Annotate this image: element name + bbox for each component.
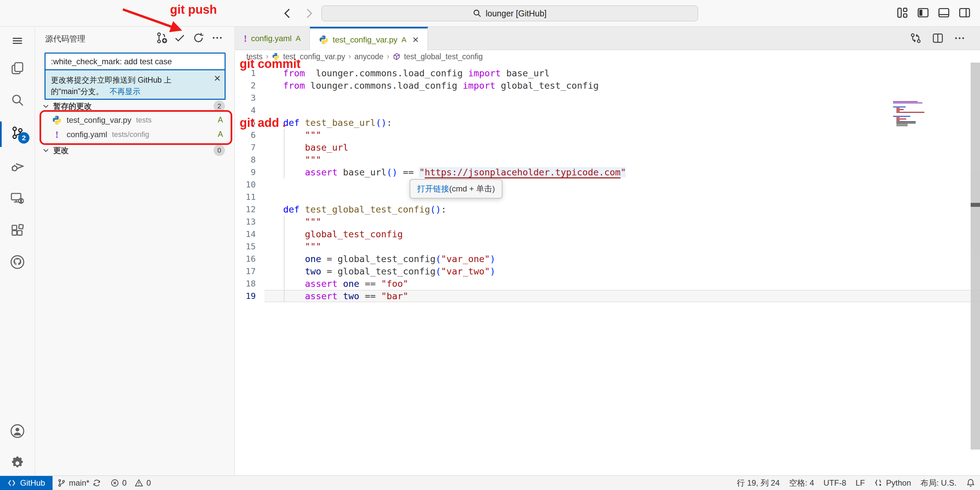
code-line[interactable]: 10 [235,178,980,191]
toggle-panel-icon[interactable] [938,7,950,19]
nav-back-icon[interactable] [281,7,294,20]
code-line[interactable]: 3 [235,92,980,104]
open-link-action[interactable]: 打开链接 [417,183,449,194]
code-line[interactable]: 6 """ [235,129,980,141]
line-number[interactable]: 14 [235,228,264,240]
line-number[interactable]: 18 [235,277,264,290]
search-value: lounger [GitHub] [486,9,547,18]
minimap[interactable] [893,101,943,127]
code-editor[interactable]: 1from lounger.commons.load_config import… [235,63,980,475]
code-line[interactable]: 16 one = global_test_config("var_one") [235,253,980,265]
line-number[interactable]: 7 [235,141,264,154]
branch-status[interactable]: main* [52,476,106,490]
line-number[interactable]: 9 [235,166,264,178]
code-line[interactable]: 14 global_test_config [235,228,980,240]
line-number[interactable]: 12 [235,203,264,216]
changes-header[interactable]: 更改 0 [35,144,235,157]
tab-bar: ! config.yaml A test_config_var.py A × [235,27,980,50]
line-number[interactable]: 19 [235,290,264,302]
minimap-row [896,120,900,121]
close-icon[interactable]: × [412,33,419,46]
bell-icon[interactable] [961,476,980,490]
editor-scrollbar[interactable] [970,63,980,450]
code-line[interactable]: 12def test_global_test_config(): [235,203,980,216]
line-number[interactable]: 2 [235,80,264,92]
customize-layout-icon[interactable] [896,7,908,19]
breadcrumb-item[interactable]: test_global_test_config [404,52,483,61]
code-line[interactable]: 11 [235,191,980,203]
staged-changes-header[interactable]: 暂存的更改 2 [35,100,235,113]
sidebar-item-remote-explorer[interactable] [0,188,35,209]
encoding-status[interactable]: UTF-8 [819,476,851,490]
sidebar-item-source-control[interactable]: 2 [0,122,35,143]
cursor-position[interactable]: 行 19, 列 24 [732,476,784,490]
line-number[interactable]: 13 [235,216,264,228]
code-line[interactable]: 1from lounger.commons.load_config import… [235,67,980,80]
breadcrumb-item[interactable]: tests [247,52,263,61]
indentation-status[interactable]: 空格: 4 [784,476,819,490]
line-number[interactable]: 11 [235,191,264,203]
code-line[interactable]: 8 """ [235,154,980,166]
sidebar-item-run-debug[interactable] [0,155,35,177]
refresh-icon[interactable] [192,32,205,44]
staged-file-row[interactable]: test_config_var.py tests A [35,113,235,127]
line-number[interactable]: 6 [235,129,264,141]
commit-message-input[interactable]: :white_check_mark: add test case [45,52,226,70]
code-line[interactable]: 9 assert base_url() == "https://jsonplac… [235,166,980,178]
split-editor-icon[interactable] [932,32,944,44]
sidebar-item-extensions[interactable] [0,220,35,241]
line-number[interactable]: 17 [235,265,264,277]
code-line[interactable]: 5def test_base_url(): [235,116,980,129]
tab-test-config-var-py[interactable]: test_config_var.py A × [310,27,428,51]
toggle-primary-sidebar-icon[interactable] [917,7,929,19]
dont-show-again-link[interactable]: 不再显示 [110,87,140,96]
line-number[interactable]: 10 [235,178,264,191]
open-changes-icon[interactable] [910,32,922,44]
sidebar-item-search[interactable] [0,90,35,111]
language-status[interactable]: Python [870,476,916,490]
account-icon[interactable] [0,420,35,442]
code-line[interactable]: 7 base_url [235,141,980,154]
more-actions-icon[interactable] [954,32,965,44]
github-icon[interactable] [0,251,35,273]
sidebar-title: 源代码管理 [45,33,85,44]
command-center-search[interactable]: lounger [GitHub] [321,5,698,21]
tab-config-yaml[interactable]: ! config.yaml A [235,27,310,50]
line-number[interactable]: 4 [235,104,264,116]
line-number[interactable]: 1 [235,67,264,80]
settings-gear-icon[interactable] [0,452,35,474]
code-text [264,104,980,116]
code-line[interactable]: 4 [235,104,980,116]
code-line[interactable]: 15 """ [235,240,980,253]
code-link[interactable]: https://jsonplaceholder.typicode.com [425,167,620,178]
code-text: def test_base_url(): [264,116,980,129]
line-number[interactable]: 5 [235,116,264,129]
line-number[interactable]: 15 [235,240,264,253]
scm-graph-icon[interactable] [154,32,167,44]
remote-indicator[interactable]: GitHub [0,476,52,490]
staged-file-row[interactable]: ! config.yaml tests/config A [35,127,235,142]
git-status-badge: A [218,130,223,139]
braces-icon [874,479,883,487]
breadcrumb-item[interactable]: anycode [355,52,383,61]
sidebar-item-explorer[interactable] [0,57,35,79]
menu-icon[interactable] [0,30,35,51]
commit-check-icon[interactable] [173,32,186,44]
close-icon[interactable]: × [214,72,221,84]
keyboard-layout-status[interactable]: 布局: U.S. [916,476,961,490]
breadcrumb-item[interactable]: test_config_var.py [283,52,345,61]
toggle-secondary-sidebar-icon[interactable] [959,7,970,19]
code-line[interactable]: 2from lounger.commons.load_config import… [235,80,980,92]
line-number[interactable]: 8 [235,154,264,166]
line-number[interactable]: 3 [235,92,264,104]
nav-forward-icon[interactable] [302,7,315,20]
code-line[interactable]: 13 """ [235,216,980,228]
line-number[interactable]: 16 [235,253,264,265]
code-line[interactable]: 17 two = global_test_config("var_two") [235,265,980,277]
more-actions-icon[interactable] [211,32,224,44]
problems-status[interactable]: 0 0 [106,476,156,490]
code-line[interactable]: 19 assert two == "bar" [235,290,980,302]
code-text [264,191,980,203]
code-line[interactable]: 18 assert one == "foo" [235,277,980,290]
eol-status[interactable]: LF [851,476,870,490]
